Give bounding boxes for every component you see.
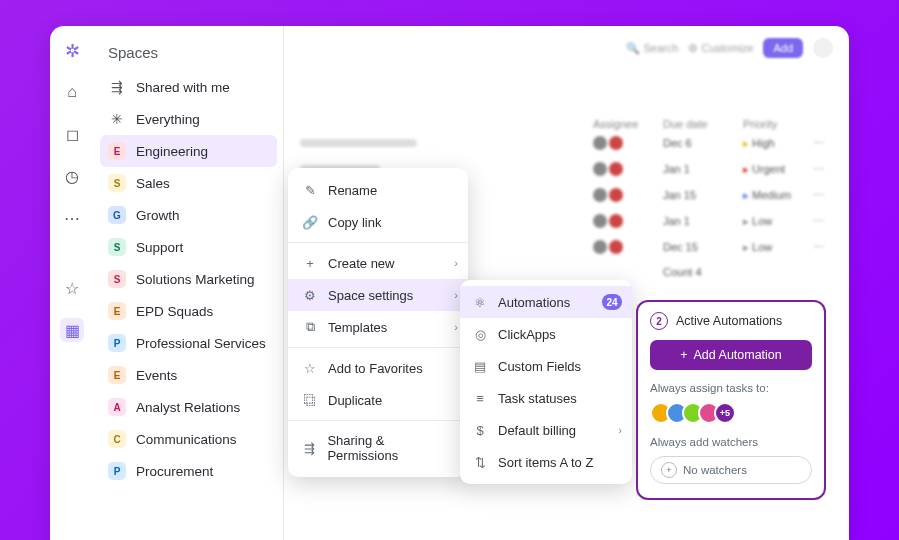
menu-item-duplicate[interactable]: ⿻Duplicate <box>288 384 468 416</box>
automations-count: 2 <box>650 312 668 330</box>
sidebar-space-item[interactable]: GGrowth <box>94 199 283 231</box>
col-assignee: Assignee <box>593 118 663 130</box>
sidebar-space-item[interactable]: CCommunications <box>94 423 283 455</box>
plus-icon: + <box>680 348 687 362</box>
space-badge: P <box>108 462 126 480</box>
sidebar-item-label: Professional Services <box>136 336 266 351</box>
menu-item-sharing-permissions[interactable]: ⇶Sharing & Permissions <box>288 425 468 471</box>
add-automation-button[interactable]: + Add Automation <box>650 340 812 370</box>
sharing-icon: ⇶ <box>302 440 317 456</box>
sidebar-item-label: Support <box>136 240 183 255</box>
assign-label: Always assign tasks to: <box>650 382 812 394</box>
submenu-item-automations[interactable]: ⚛Automations24 <box>460 286 632 318</box>
pencil-icon: ✎ <box>302 182 318 198</box>
space-badge: S <box>108 270 126 288</box>
submenu-item-clickapps[interactable]: ◎ClickApps <box>460 318 632 350</box>
menu-item-rename[interactable]: ✎Rename <box>288 174 468 206</box>
table-row[interactable]: Dec 6▸ High⋯ <box>300 130 833 156</box>
space-badge: C <box>108 430 126 448</box>
sidebar-item-label: Sales <box>136 176 170 191</box>
sidebar-space-item[interactable]: EEPD Squads <box>94 295 283 327</box>
sidebar-nav-shared[interactable]: ⇶ Shared with me <box>94 71 283 103</box>
space-badge: E <box>108 302 126 320</box>
sidebar-item-label: Solutions Marketing <box>136 272 255 287</box>
sidebar-space-item[interactable]: PProfessional Services <box>94 327 283 359</box>
space-badge: E <box>108 366 126 384</box>
menu-item-space-settings[interactable]: ⚙Space settings› <box>288 279 468 311</box>
sidebar-item-label: Analyst Relations <box>136 400 240 415</box>
sidebar-space-item[interactable]: SSales <box>94 167 283 199</box>
spaces-icon[interactable]: ▦ <box>60 318 84 342</box>
menu-item-create-new[interactable]: +Create new› <box>288 247 468 279</box>
submenu-item-task-statuses[interactable]: ≡Task statuses <box>460 382 632 414</box>
space-badge: A <box>108 398 126 416</box>
col-priority: Priority <box>743 118 813 130</box>
statuses-icon: ≡ <box>472 390 488 406</box>
space-settings-submenu: ⚛Automations24◎ClickApps▤Custom Fields≡T… <box>460 280 632 484</box>
link-icon: 🔗 <box>302 214 318 230</box>
space-badge: G <box>108 206 126 224</box>
nav-rail: ✲ ⌂ ◻ ◷ ⋯ ☆ ▦ <box>50 26 94 540</box>
space-badge: S <box>108 238 126 256</box>
sidebar-item-label: EPD Squads <box>136 304 213 319</box>
sidebar-space-item[interactable]: EEvents <box>94 359 283 391</box>
sidebar-nav-everything[interactable]: ✳ Everything <box>94 103 283 135</box>
chevron-right-icon: › <box>454 289 458 301</box>
menu-item-add-to-favorites[interactable]: ☆Add to Favorites <box>288 352 468 384</box>
fields-icon: ▤ <box>472 358 488 374</box>
star-icon[interactable]: ☆ <box>60 276 84 300</box>
automations-icon: ⚛ <box>472 294 488 310</box>
sidebar-space-item[interactable]: SSupport <box>94 231 283 263</box>
sidebar-space-item[interactable]: PProcurement <box>94 455 283 487</box>
sidebar-space-item[interactable]: EEngineering <box>100 135 277 167</box>
sidebar-title: Spaces <box>94 38 283 71</box>
sidebar: Spaces ⇶ Shared with me ✳ Everything EEn… <box>94 26 284 540</box>
sidebar-item-label: Growth <box>136 208 180 223</box>
customize-button[interactable]: ⚙ Customize <box>688 42 753 55</box>
topbar: 🔍 Search ⚙ Customize Add <box>300 38 833 58</box>
submenu-item-sort-items-a-to-z[interactable]: ⇅Sort items A to Z <box>460 446 632 478</box>
clickapps-icon: ◎ <box>472 326 488 342</box>
panel-title-text: Active Automations <box>676 314 782 328</box>
user-avatar[interactable] <box>813 38 833 58</box>
sidebar-item-label: Events <box>136 368 177 383</box>
space-badge: P <box>108 334 126 352</box>
space-badge: S <box>108 174 126 192</box>
templates-icon: ⧉ <box>302 319 318 335</box>
plus-icon: + <box>302 255 318 271</box>
inbox-icon[interactable]: ◻ <box>60 122 84 146</box>
space-badge: E <box>108 142 126 160</box>
home-icon[interactable]: ⌂ <box>60 80 84 104</box>
watchers-selector[interactable]: + No watchers <box>650 456 812 484</box>
sidebar-item-label: Communications <box>136 432 237 447</box>
star-icon: ☆ <box>302 360 318 376</box>
sidebar-item-label: Everything <box>136 112 200 127</box>
chevron-right-icon: › <box>618 424 622 436</box>
count-badge: 24 <box>602 294 622 310</box>
watchers-label: Always add watchers <box>650 436 812 448</box>
sidebar-space-item[interactable]: SSolutions Marketing <box>94 263 283 295</box>
add-button[interactable]: Add <box>763 38 803 58</box>
chevron-right-icon: › <box>454 321 458 333</box>
menu-item-copy-link[interactable]: 🔗Copy link <box>288 206 468 238</box>
duplicate-icon: ⿻ <box>302 392 318 408</box>
chevron-right-icon: › <box>454 257 458 269</box>
sidebar-item-label: Engineering <box>136 144 208 159</box>
submenu-item-custom-fields[interactable]: ▤Custom Fields <box>460 350 632 382</box>
share-icon: ⇶ <box>108 78 126 96</box>
logo-icon: ✲ <box>65 40 80 62</box>
gear-icon: ⚙ <box>302 287 318 303</box>
more-icon[interactable]: ⋯ <box>60 206 84 230</box>
sidebar-space-item[interactable]: AAnalyst Relations <box>94 391 283 423</box>
sidebar-item-label: Procurement <box>136 464 213 479</box>
menu-item-templates[interactable]: ⧉Templates› <box>288 311 468 343</box>
timer-icon[interactable]: ◷ <box>60 164 84 188</box>
search-button[interactable]: 🔍 Search <box>626 42 678 55</box>
sort-icon: ⇅ <box>472 454 488 470</box>
assignee-avatars[interactable]: +5 <box>650 402 812 424</box>
everything-icon: ✳ <box>108 110 126 128</box>
submenu-item-default-billing[interactable]: $Default billing› <box>460 414 632 446</box>
automations-panel: 2 Active Automations + Add Automation Al… <box>636 300 826 500</box>
col-due: Due date <box>663 118 743 130</box>
sidebar-item-label: Shared with me <box>136 80 230 95</box>
